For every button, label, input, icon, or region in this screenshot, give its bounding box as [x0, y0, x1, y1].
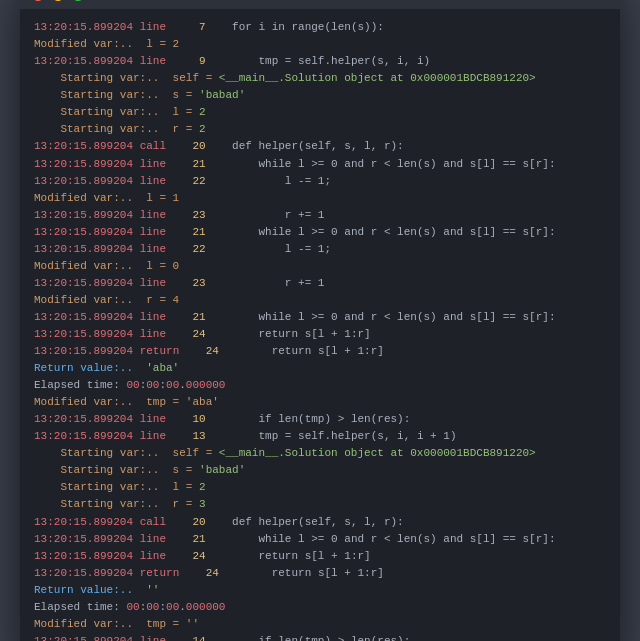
- list-item: 13:20:15.899204 line 23 r += 1: [34, 275, 606, 292]
- list-item: 13:20:15.899204 line 7 for i in range(le…: [34, 19, 606, 36]
- list-item: Modified var:.. r = 4: [34, 292, 606, 309]
- list-item: 13:20:15.899204 line 13 tmp = self.helpe…: [34, 428, 606, 445]
- minimize-button[interactable]: [52, 0, 64, 1]
- list-item: Starting var:.. self = <__main__.Solutio…: [34, 445, 606, 462]
- list-item: Starting var:.. s = 'babad': [34, 462, 606, 479]
- list-item: Starting var:.. self = <__main__.Solutio…: [34, 70, 606, 87]
- terminal-window: 13:20:15.899204 line 7 for i in range(le…: [20, 0, 620, 641]
- list-item: 13:20:15.899204 return 24 return s[l + 1…: [34, 565, 606, 582]
- list-item: 13:20:15.899204 line 22 l -= 1;: [34, 173, 606, 190]
- list-item: 13:20:15.899204 line 21 while l >= 0 and…: [34, 224, 606, 241]
- close-button[interactable]: [32, 0, 44, 1]
- list-item: 13:20:15.899204 line 21 while l >= 0 and…: [34, 309, 606, 326]
- list-item: Return value:.. 'aba': [34, 360, 606, 377]
- list-item: Starting var:.. r = 2: [34, 121, 606, 138]
- list-item: 13:20:15.899204 line 23 r += 1: [34, 207, 606, 224]
- list-item: 13:20:15.899204 line 14 if len(tmp) > le…: [34, 633, 606, 641]
- maximize-button[interactable]: [72, 0, 84, 1]
- list-item: 13:20:15.899204 call 20 def helper(self,…: [34, 514, 606, 531]
- list-item: Return value:.. '': [34, 582, 606, 599]
- titlebar: [20, 0, 620, 9]
- list-item: 13:20:15.899204 line 24 return s[l + 1:r…: [34, 548, 606, 565]
- list-item: 13:20:15.899204 line 24 return s[l + 1:r…: [34, 326, 606, 343]
- list-item: 13:20:15.899204 line 9 tmp = self.helper…: [34, 53, 606, 70]
- list-item: 13:20:15.899204 return 24 return s[l + 1…: [34, 343, 606, 360]
- list-item: 13:20:15.899204 line 10 if len(tmp) > le…: [34, 411, 606, 428]
- list-item: Modified var:.. tmp = '': [34, 616, 606, 633]
- list-item: Modified var:.. l = 0: [34, 258, 606, 275]
- list-item: Starting var:.. l = 2: [34, 104, 606, 121]
- list-item: Starting var:.. s = 'babad': [34, 87, 606, 104]
- list-item: Modified var:.. tmp = 'aba': [34, 394, 606, 411]
- list-item: Modified var:.. l = 2: [34, 36, 606, 53]
- list-item: 13:20:15.899204 line 22 l -= 1;: [34, 241, 606, 258]
- list-item: Starting var:.. l = 2: [34, 479, 606, 496]
- list-item: Modified var:.. l = 1: [34, 190, 606, 207]
- list-item: Starting var:.. r = 3: [34, 496, 606, 513]
- list-item: 13:20:15.899204 call 20 def helper(self,…: [34, 138, 606, 155]
- list-item: 13:20:15.899204 line 21 while l >= 0 and…: [34, 156, 606, 173]
- list-item: Elapsed time: 00:00:00.000000: [34, 377, 606, 394]
- code-output: 13:20:15.899204 line 7 for i in range(le…: [20, 9, 620, 641]
- list-item: Elapsed time: 00:00:00.000000: [34, 599, 606, 616]
- list-item: 13:20:15.899204 line 21 while l >= 0 and…: [34, 531, 606, 548]
